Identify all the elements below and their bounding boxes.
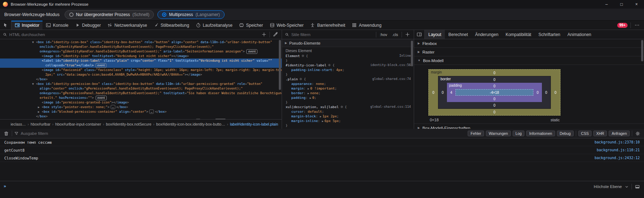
console-filter-informationen[interactable]: Informationen (526, 131, 555, 136)
box-model-border[interactable]: border00padding04-4×180000 (438, 76, 551, 109)
markup-line[interactable]: erteilt." hasPermissions="">event (0, 96, 282, 100)
console-filter-css[interactable]: CSS (578, 131, 592, 136)
css-declaration[interactable]: padding-inline-start: 4px; (282, 67, 414, 72)
breadcrumb-item[interactable]: box#identity-box.notSecure (105, 121, 153, 127)
margin-top-value[interactable]: 0 (493, 71, 495, 75)
clear-console-button[interactable] (3, 131, 10, 136)
html-search-input[interactable] (9, 32, 258, 37)
padding-right-value[interactable]: 0 (533, 89, 542, 96)
tab-anwendung[interactable]: Anwendung (348, 21, 384, 30)
markup-line[interactable]: align="center" onclick="gPermissionPanel… (0, 86, 282, 91)
css-declaration[interactable]: margin-block: ▶1px 2px; (282, 114, 414, 118)
padding-top-value[interactable]: 0 (493, 84, 495, 88)
inline-ellipsis-button[interactable]: … (196, 119, 200, 119)
markup-line[interactable]: ▶<box style="pointer-events: none;">…</b… (0, 105, 282, 110)
sidebar-tab-berechnet[interactable]: Berechnet (445, 30, 472, 39)
tab-web-speicher[interactable]: Web-Speicher (266, 21, 307, 30)
scrollbar-thumb[interactable] (411, 41, 413, 66)
sidebar-tab-animationen[interactable]: Animationen (564, 30, 595, 39)
sidebar-tab-layout[interactable]: Layout (425, 30, 445, 39)
console-filter-debug[interactable]: Debug (557, 131, 574, 136)
expand-arrow[interactable]: ▼ (32, 82, 36, 86)
inline-ellipsis-button[interactable]: … (111, 105, 115, 109)
console-location-link[interactable]: background.js:2378:10 (595, 140, 640, 144)
eyedropper-button[interactable] (272, 32, 279, 37)
tab-speicher[interactable]: Speicher (236, 21, 266, 30)
pseudo-class-toggle-button[interactable]: :hov (378, 32, 389, 37)
css-declaration[interactable]: cursor: default; (282, 109, 414, 114)
event-badge[interactable]: event (96, 96, 107, 100)
expand-arrow[interactable]: ▶ (322, 120, 323, 123)
markup-line[interactable]: onclick="gIdentityHandler.handleIdentity… (0, 45, 282, 49)
padding-bottom-value[interactable]: 0 (493, 97, 495, 101)
tab-konsole[interactable]: Konsole (42, 21, 71, 30)
event-badge[interactable]: event (96, 63, 107, 68)
rule-source-link[interactable]: identity-block.css:56 (370, 63, 414, 67)
expand-arrow[interactable]: ▶ (310, 97, 311, 100)
expand-arrow[interactable]: ▶ (308, 87, 309, 90)
tab-netzwerkanalyse[interactable]: Netzwerkanalyse (104, 21, 150, 30)
css-declaration[interactable]: margin: ▶0 !important; (282, 86, 414, 91)
margin-bottom-value[interactable]: 0 (493, 110, 495, 114)
console-location-link[interactable]: background.js:110:21 (597, 148, 640, 152)
box-model-content[interactable]: -4×18 (456, 89, 533, 96)
event-badge[interactable]: event (215, 119, 226, 119)
breadcrumb-item[interactable]: hbox#urlbar-input-container (54, 121, 102, 127)
expand-arrow[interactable]: ▶ (308, 92, 309, 95)
style-filter-input[interactable] (291, 32, 374, 37)
markup-line[interactable]: <image id="permissions-granted-icon"></i… (0, 100, 282, 105)
console-filter-xhr[interactable]: XHR (593, 131, 607, 136)
rule-source-link[interactable]: global-shared.css:74 (372, 77, 414, 81)
markup-line[interactable]: onkeypress="gPermissionPanel.handleIdent… (0, 91, 282, 96)
add-rule-button[interactable] (404, 32, 411, 37)
markup-line[interactable]: collapsed="true"></label>event (0, 63, 282, 68)
css-selector[interactable]: xul|description, xul|label (286, 105, 339, 109)
console-filter-warnungen[interactable]: Warnungen (486, 131, 511, 136)
sidebar-tab--nderungen[interactable]: Änderungen (472, 30, 502, 39)
tab-inspektor[interactable]: Inspektor (11, 21, 42, 30)
inline-ellipsis-button[interactable]: … (149, 110, 154, 114)
scrollbar-thumb[interactable] (641, 40, 643, 61)
css-selector[interactable]: Element (286, 54, 300, 58)
sidebar-tab-kompatibilit-t[interactable]: Kompatibilität (502, 30, 535, 39)
margin-right-value[interactable]: 0 (551, 76, 560, 109)
tab-debugger[interactable]: Debugger (72, 21, 104, 30)
tab-stilbearbeitung[interactable]: Stilbearbeitung (150, 21, 192, 30)
close-button[interactable]: × (629, 0, 644, 9)
layout-section-raster[interactable]: ▶Raster (414, 48, 644, 56)
console-settings-button[interactable] (634, 131, 641, 136)
css-declaration[interactable]: border: ▶none; (282, 91, 414, 95)
layout-section-flexbox[interactable]: ▶Flexbox (414, 39, 644, 48)
css-declaration[interactable]: margin-inline: ▶6px 5px; (282, 118, 414, 123)
markup-line[interactable]: ▼<box id="identity-permission-box" class… (0, 82, 282, 86)
split-console-button[interactable] (634, 184, 640, 189)
expand-arrow[interactable]: ▶ (320, 115, 321, 118)
border-right-value[interactable]: 0 (542, 83, 550, 102)
css-declaration[interactable]: padding: ▶0; (282, 95, 414, 100)
css-selector[interactable]: .plain (286, 77, 298, 81)
node-picker-button[interactable] (0, 21, 11, 30)
console-filter-input[interactable] (21, 131, 466, 136)
padding-left-value[interactable]: 4 (447, 89, 456, 96)
css-declaration[interactable]: appearance: none; (282, 81, 414, 86)
layout-section-box-modell[interactable]: ▼Box-Modell (414, 56, 644, 65)
markup-line[interactable]: ▶<box id="blocked-permissions-container"… (0, 110, 282, 114)
box-model-properties-header[interactable]: ▶ Box-Modell-Eigenschaften (414, 123, 644, 129)
border-top-value[interactable]: 0 (493, 78, 495, 82)
pseudo-elements-header[interactable]: ▶ Pseudo-Elemente (282, 39, 414, 47)
console-filter-fehler[interactable]: Fehler (468, 131, 484, 136)
expand-arrow[interactable]: ▶ (32, 119, 36, 119)
console-filter-anfragen[interactable]: Anfragen (609, 131, 630, 136)
maximize-button[interactable]: □ (614, 0, 629, 9)
mode-option[interactable]: Multiprozess(Langsamer) (157, 10, 224, 19)
markup-line[interactable]: </box> (0, 77, 282, 82)
expand-arrow[interactable]: ▶ (38, 105, 42, 110)
breadcrumb-item[interactable]: hbox#urlbar (29, 121, 52, 127)
border-bottom-value[interactable]: 0 (493, 103, 495, 107)
box-model-padding[interactable]: padding04-4×1800 (447, 83, 542, 102)
markup-line[interactable]: <image id="identity-icon" tooltiptext="V… (0, 54, 282, 59)
markup-line[interactable]: 2px;" src="data:image/x-icon;base64,AAAB… (0, 72, 282, 77)
tab-laufzeitanalyse[interactable]: Laufzeitanalyse (192, 21, 236, 30)
tab-barrierefreiheit[interactable]: Barrierefreiheit (307, 21, 348, 30)
breadcrumb-item[interactable]: label#identity-icon-label.plain (228, 121, 280, 127)
